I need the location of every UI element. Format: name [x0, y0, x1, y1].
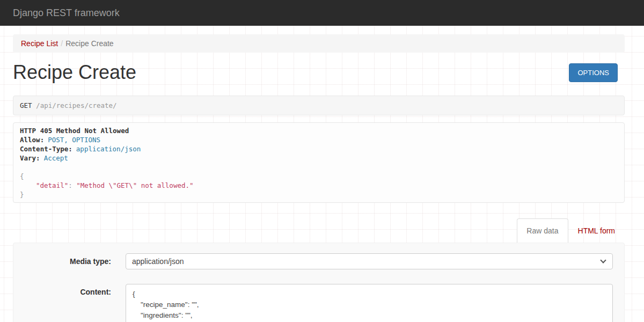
breadcrumb-current: Recipe Create: [65, 39, 114, 48]
breadcrumb-separator: /: [58, 39, 65, 48]
media-type-select[interactable]: application/json: [126, 253, 613, 269]
response-header-allow: Allow:POST, OPTIONS: [20, 135, 618, 144]
media-type-label: Media type:: [23, 253, 111, 269]
request-line: GET /api/recipes/create/: [13, 96, 625, 115]
breadcrumb: Recipe List/Recipe Create: [13, 34, 625, 53]
content-textarea[interactable]: { "recipe_name": "", "ingredients": "",: [126, 284, 613, 322]
response-status-line: HTTP 405 Method Not Allowed: [20, 126, 618, 135]
page-title: Recipe Create: [13, 62, 136, 83]
content-row: Content: { "recipe_name": "", "ingredien…: [23, 284, 613, 322]
form-tabs: Raw data HTML form: [13, 219, 625, 243]
request-path: /api/recipes/create/: [36, 101, 117, 109]
options-button[interactable]: OPTIONS: [569, 63, 618, 82]
media-type-row: Media type: application/json: [23, 253, 613, 269]
main-container: Recipe List/Recipe Create Recipe Create …: [0, 34, 644, 322]
tab-raw-data[interactable]: Raw data: [517, 218, 568, 243]
navbar: Django REST framework: [0, 0, 644, 26]
response-json-open: {: [20, 172, 618, 181]
response-header-vary: Vary:Accept: [20, 153, 618, 163]
breadcrumb-link-recipe-list[interactable]: Recipe List: [21, 39, 58, 48]
tab-html-form[interactable]: HTML form: [568, 218, 625, 243]
page-header: Recipe Create OPTIONS: [13, 60, 625, 85]
response-json-detail: "detail": "Method \"GET\" not allowed.": [20, 181, 618, 190]
response-block: HTTP 405 Method Not Allowed Allow:POST, …: [13, 122, 625, 203]
response-blank-line: [20, 163, 618, 172]
brand-link[interactable]: Django REST framework: [13, 8, 120, 19]
raw-data-form-panel: Media type: application/json Content: { …: [13, 243, 625, 322]
content-label: Content:: [23, 284, 111, 322]
response-header-content-type: Content-Type:application/json: [20, 144, 618, 153]
response-json-close: }: [20, 190, 618, 199]
request-method: GET: [20, 101, 32, 109]
